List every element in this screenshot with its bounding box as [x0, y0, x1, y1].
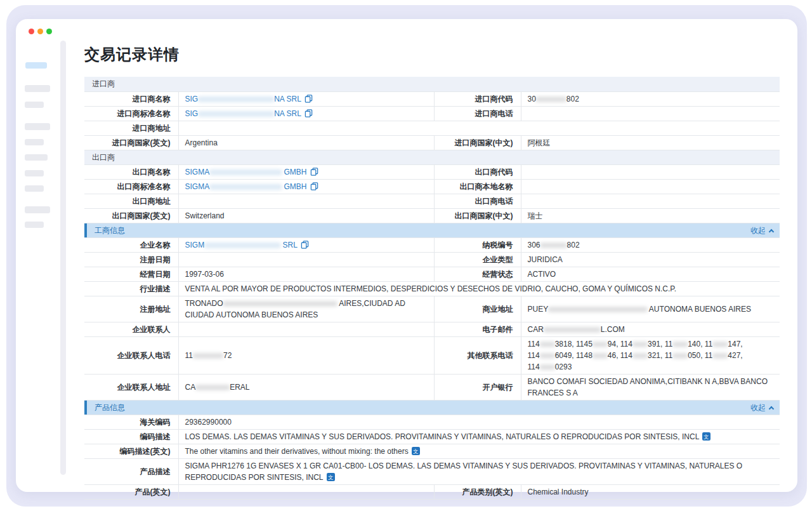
exporter-country-cn-value: 瑞士: [521, 208, 780, 223]
exporter-country-cn-label: 出口商国家(中文): [434, 208, 521, 223]
collapse-link-business[interactable]: 收起: [750, 225, 773, 236]
exporter-local-name-label: 出口商本地名称: [434, 179, 521, 194]
product-en-label: 产品(英文): [84, 484, 178, 499]
sidebar-item-placeholder: [25, 154, 48, 161]
importer-std-name-label: 进口商标准名称: [84, 106, 178, 121]
reg-address-label: 注册地址: [84, 296, 178, 322]
reg-date-value: [178, 252, 434, 267]
exporter-code-label: 出口商代码: [434, 164, 521, 179]
copy-icon[interactable]: [310, 168, 318, 176]
contact-phone-label: 企业联系人电话: [84, 336, 178, 374]
window-minimize-button[interactable]: [37, 29, 43, 34]
svg-text:文: 文: [413, 448, 418, 454]
sidebar-item-placeholder: [25, 139, 44, 145]
importer-address-label: 进口商地址: [84, 121, 178, 135]
chevron-up-icon: [769, 406, 774, 411]
bank-label: 开户银行: [434, 374, 521, 400]
importer-std-name-value: SIGxxxxxxxxxxxxxxxxxxxxNA SRL: [178, 106, 434, 121]
page-title: 交易记录详情: [84, 44, 780, 65]
importer-country-cn-label: 进口商国家(中文): [434, 135, 521, 150]
copy-icon[interactable]: [310, 182, 318, 190]
code-desc-label: 编码描述: [84, 429, 178, 444]
tax-no-value: 306xxxxxxx802: [521, 237, 780, 252]
importer-code-value: 30xxxxxxxx802: [521, 91, 780, 106]
importer-country-cn-value: 阿根廷: [521, 135, 780, 150]
contact-value: [178, 322, 434, 336]
importer-name-link[interactable]: SIGxxxxxxxxxxxxxxxxxxxxNA SRL: [185, 95, 313, 103]
biz-address-label: 商业地址: [434, 296, 521, 322]
copy-icon[interactable]: [304, 95, 313, 103]
exporter-local-name-value: [521, 179, 780, 194]
other-phones-value: 114xxxx3818, 1145xxxx94, 114xxxx391, 11x…: [521, 336, 780, 374]
product-desc-value: SIGMA PHR1276 1G ENVASES X 1 GR CA01-CB0…: [178, 458, 780, 484]
window-maximize-button[interactable]: [46, 29, 52, 34]
importer-country-en-label: 进口商国家(英文): [84, 135, 178, 150]
industry-label: 行业描述: [84, 281, 178, 296]
translate-icon[interactable]: 文: [412, 447, 420, 455]
section-header-exporter: 出口商: [84, 150, 780, 164]
copy-icon[interactable]: [304, 109, 313, 117]
chevron-up-icon: [769, 229, 774, 234]
exporter-phone-value: [521, 194, 780, 208]
exporter-address-label: 出口商地址: [84, 194, 178, 208]
collapse-link-product[interactable]: 收起: [750, 402, 773, 413]
sidebar-item-placeholder: [25, 85, 50, 92]
exporter-std-name-label: 出口商标准名称: [84, 179, 178, 194]
hs-code-label: 海关编码: [84, 415, 178, 429]
exporter-address-value: [178, 194, 434, 208]
sidebar-item-placeholder: [25, 102, 44, 108]
exporter-std-name-link[interactable]: SIGMAxxxxxxxxxxxxxxxxxxx GMBH: [185, 182, 318, 191]
translate-icon[interactable]: 文: [702, 432, 710, 441]
op-status-value: ACTIVO: [521, 267, 780, 281]
product-desc-label: 产品描述: [84, 458, 178, 484]
svg-text:文: 文: [328, 474, 333, 480]
biz-address-value: PUEYxxxxxxxxxxxxxxxxxxxxxxxxxx AUTONOMA …: [521, 296, 780, 322]
main-content: 交易记录详情 进口商 进口商名称 SIGxxxxxxxxxxxxxxxxxxxx…: [84, 44, 780, 500]
app-window: 交易记录详情 进口商 进口商名称 SIGxxxxxxxxxxxxxxxxxxxx…: [16, 19, 797, 492]
code-desc-en-label: 编码描述(英文): [84, 444, 178, 458]
contact-address-label: 企业联系人地址: [84, 374, 178, 400]
code-desc-en-value: The other vitamins and their derivatives…: [178, 444, 780, 458]
hs-code-value: 29362990000: [178, 415, 780, 429]
importer-std-name-link[interactable]: SIGxxxxxxxxxxxxxxxxxxxxNA SRL: [185, 109, 313, 118]
browser-frame: 交易记录详情 进口商 进口商名称 SIGxxxxxxxxxxxxxxxxxxxx…: [6, 5, 807, 507]
industry-value: VENTA AL POR MAYOR DE PRODUCTOS INTERMED…: [178, 281, 780, 296]
exporter-name-link[interactable]: SIGMAxxxxxxxxxxxxxxxxxxx GMBH: [185, 168, 318, 176]
exporter-country-en-value: Switzerland: [178, 208, 434, 223]
section-header-importer: 进口商: [84, 77, 780, 91]
svg-text:文: 文: [704, 433, 709, 439]
contact-label: 企业联系人: [84, 322, 178, 336]
window-close-button[interactable]: [29, 29, 34, 34]
email-value: CARxxxxxxxxxxxxxxxL.COM: [521, 322, 780, 336]
sidebar-item-placeholder: [25, 185, 44, 192]
code-desc-value: LOS DEMAS. LAS DEMAS VITAMINAS Y SUS DER…: [178, 429, 780, 444]
op-date-value: 1997-03-06: [178, 267, 434, 281]
exporter-std-name-value: SIGMAxxxxxxxxxxxxxxxxxxx GMBH: [178, 179, 434, 194]
importer-name-label: 进口商名称: [84, 91, 178, 106]
product-en-value: [178, 484, 434, 499]
sidebar-item-placeholder: [25, 206, 50, 213]
company-name-label: 企业名称: [84, 237, 178, 252]
importer-address-value: [178, 121, 780, 135]
product-category-label: 产品类别(英文): [434, 484, 521, 499]
contact-address-value: CAxxxxxxxxxERAL: [178, 374, 434, 400]
exporter-name-label: 出口商名称: [84, 164, 178, 179]
importer-phone-value: [521, 106, 780, 121]
importer-name-value: SIGxxxxxxxxxxxxxxxxxxxxNA SRL: [178, 91, 434, 106]
other-phones-label: 其他联系电话: [434, 336, 521, 374]
contact-phone-value: 11xxxxxxxx72: [178, 336, 434, 374]
translate-icon[interactable]: 文: [327, 473, 335, 481]
company-name-link[interactable]: SIGMxxxxxxxxxxxxxxxxxxxx SRL: [185, 241, 309, 249]
exporter-country-en-label: 出口商国家(英文): [84, 208, 178, 223]
copy-icon[interactable]: [301, 241, 309, 249]
company-name-value: SIGMxxxxxxxxxxxxxxxxxxxx SRL: [178, 237, 434, 252]
sidebar-active-item-placeholder: [25, 62, 47, 69]
email-label: 电子邮件: [434, 322, 521, 336]
exporter-code-value: [521, 164, 780, 179]
detail-table: 进口商 进口商名称 SIGxxxxxxxxxxxxxxxxxxxxNA SRL …: [84, 77, 780, 500]
company-type-value: JURIDICA: [521, 252, 780, 267]
section-title-business: 工商信息: [95, 225, 125, 236]
reg-date-label: 注册日期: [84, 252, 178, 267]
exporter-name-value: SIGMAxxxxxxxxxxxxxxxxxxx GMBH: [178, 164, 434, 179]
section-header-business: 工商信息 收起: [84, 223, 780, 237]
